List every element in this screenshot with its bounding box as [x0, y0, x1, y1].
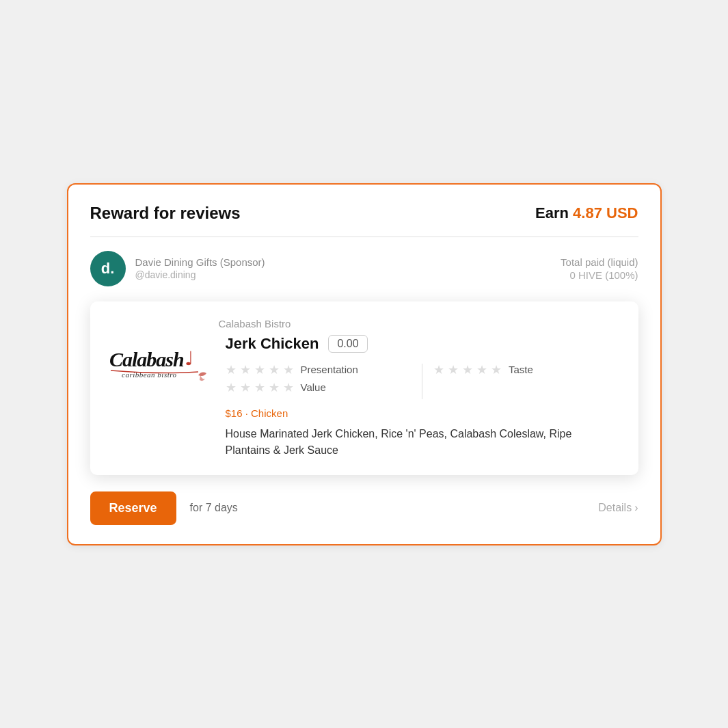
sponsor-row: d. Davie Dining Gifts (Sponsor) @davie.d… [90, 251, 638, 286]
dish-details: Jerk Chicken 0.00 [226, 335, 619, 459]
presentation-label: Presentation [301, 364, 358, 375]
reserve-button[interactable]: Reserve [90, 491, 176, 525]
dish-description: House Marinated Jerk Chicken, Rice 'n' P… [226, 426, 619, 459]
star-1 [433, 364, 446, 376]
dish-name: Jerk Chicken [226, 335, 319, 353]
taste-rating: Taste [433, 364, 619, 376]
paid-label: Total paid (liquid) [561, 256, 638, 268]
details-label: Details [598, 502, 632, 514]
dish-name-row: Jerk Chicken 0.00 [226, 335, 619, 353]
star-1 [226, 364, 238, 376]
rating-col-left: Presentation Value [226, 364, 423, 399]
sponsor-avatar: d. [90, 251, 126, 286]
svg-text:♩: ♩ [185, 348, 193, 369]
dish-row: Calabash ♩ caribbean bistro Jerk Chicken… [109, 335, 619, 459]
restaurant-logo: Calabash ♩ caribbean bistro [109, 338, 212, 392]
presentation-stars [226, 364, 295, 376]
earn-amount: 4.87 [573, 204, 602, 221]
value-stars [226, 381, 295, 394]
sponsor-handle: @davie.dining [135, 269, 265, 280]
dish-card: Calabash Bistro Calabash ♩ caribbean bis… [90, 301, 638, 475]
star-5 [283, 381, 295, 394]
reward-card: Reward for reviews Earn 4.87 USD d. Davi… [67, 183, 662, 545]
star-3 [254, 381, 267, 394]
reward-title: Reward for reviews [90, 204, 241, 223]
sponsor-info: Davie Dining Gifts (Sponsor) @davie.dini… [135, 256, 265, 280]
price-category: $16 · Chicken [226, 407, 619, 419]
star-2 [240, 364, 252, 376]
star-1 [226, 381, 238, 394]
star-5 [283, 364, 295, 376]
star-2 [448, 364, 460, 376]
star-2 [240, 381, 252, 394]
earn-currency: USD [606, 204, 638, 221]
star-4 [476, 364, 489, 376]
sponsor-left: d. Davie Dining Gifts (Sponsor) @davie.d… [90, 251, 265, 286]
paid-value: 0 HIVE (100%) [561, 269, 638, 281]
earn-section: Earn 4.87 USD [535, 204, 638, 222]
star-4 [269, 364, 281, 376]
rating-col-right: Taste [433, 364, 619, 399]
card-header: Reward for reviews Earn 4.87 USD [90, 204, 638, 223]
star-5 [491, 364, 503, 376]
star-4 [269, 381, 281, 394]
bottom-row: Reserve for 7 days Details › [90, 491, 638, 525]
ratings-section: Presentation Value [226, 364, 619, 399]
header-divider [90, 237, 638, 237]
presentation-rating: Presentation [226, 364, 412, 376]
taste-stars [433, 364, 503, 376]
sponsor-name: Davie Dining Gifts (Sponsor) [135, 256, 265, 268]
value-rating: Value [226, 381, 412, 394]
svg-text:Calabash: Calabash [109, 348, 184, 370]
earn-label: Earn [535, 204, 569, 221]
value-label: Value [301, 381, 326, 393]
star-3 [254, 364, 267, 376]
chevron-right-icon: › [634, 502, 638, 514]
taste-label: Taste [509, 364, 533, 375]
restaurant-name: Calabash Bistro [219, 318, 619, 329]
details-link[interactable]: Details › [598, 502, 638, 514]
star-3 [462, 364, 474, 376]
sponsor-right: Total paid (liquid) 0 HIVE (100%) [561, 256, 638, 281]
for-days: for 7 days [190, 502, 238, 514]
dish-score: 0.00 [328, 335, 367, 353]
avatar-letter: d. [101, 260, 115, 278]
